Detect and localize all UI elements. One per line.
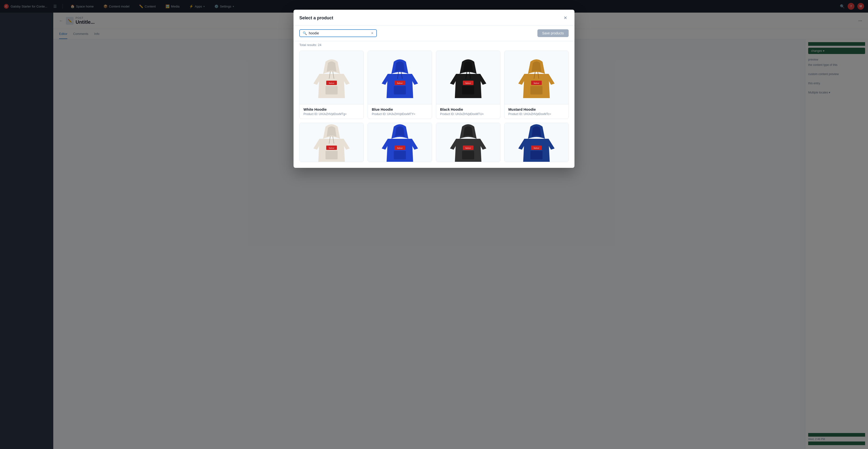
results-count: Total results: 24 bbox=[293, 41, 575, 47]
hoodie-illustration-blue-2: Saleor bbox=[380, 123, 419, 162]
svg-text:Saleor: Saleor bbox=[397, 147, 403, 149]
svg-rect-5 bbox=[394, 86, 406, 94]
svg-rect-15 bbox=[530, 86, 542, 94]
svg-text:Saleor: Saleor bbox=[329, 147, 335, 149]
hoodie-illustration-blue: Saleor bbox=[380, 55, 419, 100]
product-info-mustard-hoodie: Mustard Hoodie Product ID: UHJvZHVjdDoxM… bbox=[504, 104, 568, 119]
svg-text:Saleor: Saleor bbox=[397, 82, 403, 84]
product-card-blue-hoodie-2[interactable]: Saleor bbox=[368, 123, 432, 162]
svg-rect-31 bbox=[530, 151, 542, 159]
svg-text:Saleor: Saleor bbox=[329, 82, 335, 84]
product-info-white-hoodie: White Hoodie Product ID: UHJvZHVjdDoxMTg… bbox=[300, 104, 364, 119]
product-id-mustard-hoodie: Product ID: UHJvZHVjdDoxMTc= bbox=[508, 113, 564, 116]
svg-text:Saleor: Saleor bbox=[533, 147, 539, 149]
product-select-modal: Select a product ✕ 🔍 ✕ Save products Tot… bbox=[293, 10, 575, 168]
svg-text:Saleor: Saleor bbox=[465, 147, 471, 149]
product-image-white-hoodie-2: Saleor bbox=[300, 123, 364, 162]
svg-rect-20 bbox=[326, 151, 338, 159]
svg-rect-10 bbox=[462, 86, 474, 94]
product-id-black-hoodie: Product ID: UHJvZHVjdDoxMTU= bbox=[440, 113, 496, 116]
hoodie-illustration-white: Saleor bbox=[312, 55, 351, 100]
product-name-mustard-hoodie: Mustard Hoodie bbox=[508, 107, 564, 111]
product-info-blue-hoodie: Blue Hoodie Product ID: UHJvZHVjdDoxMTY= bbox=[368, 104, 432, 119]
modal-header: Select a product ✕ bbox=[293, 10, 575, 25]
product-card-blue-hoodie[interactable]: Saleor Blue Hoodie Product ID: UHJvZHVjd… bbox=[368, 51, 432, 119]
search-magnifier-icon: 🔍 bbox=[303, 31, 307, 35]
svg-rect-25 bbox=[394, 151, 406, 159]
search-box: 🔍 ✕ bbox=[299, 29, 377, 37]
hoodie-illustration-dark-gray: Saleor bbox=[449, 123, 488, 162]
product-info-black-hoodie: Black Hoodie Product ID: UHJvZHVjdDoxMTU… bbox=[436, 104, 500, 119]
modal-close-button[interactable]: ✕ bbox=[562, 14, 569, 21]
product-name-black-hoodie: Black Hoodie bbox=[440, 107, 496, 111]
products-grid: Saleor White Hoodie Product ID: UHJvZHVj… bbox=[299, 51, 569, 162]
product-image-black-hoodie: Saleor bbox=[436, 51, 500, 104]
product-image-royal-blue-hoodie: Saleor bbox=[504, 123, 568, 162]
save-products-button[interactable]: Save products bbox=[537, 29, 569, 37]
modal-body: Saleor White Hoodie Product ID: UHJvZHVj… bbox=[293, 47, 575, 168]
hoodie-illustration-white-2: Saleor bbox=[312, 123, 351, 162]
svg-rect-28 bbox=[462, 151, 474, 159]
search-input[interactable] bbox=[309, 31, 369, 35]
product-name-white-hoodie: White Hoodie bbox=[304, 107, 360, 111]
modal-overlay: Select a product ✕ 🔍 ✕ Save products Tot… bbox=[0, 0, 868, 449]
modal-toolbar: 🔍 ✕ Save products bbox=[293, 25, 575, 41]
product-card-black-hoodie[interactable]: Saleor Black Hoodie Product ID: UHJvZHVj… bbox=[436, 51, 500, 119]
hoodie-illustration-black: Saleor bbox=[449, 55, 488, 100]
product-card-white-hoodie-2[interactable]: Saleor bbox=[299, 123, 364, 162]
svg-text:Saleor: Saleor bbox=[533, 82, 539, 84]
product-image-white-hoodie: Saleor bbox=[300, 51, 364, 104]
product-image-blue-hoodie-2: Saleor bbox=[368, 123, 432, 162]
product-card-royal-blue-hoodie[interactable]: Saleor bbox=[504, 123, 569, 162]
product-card-mustard-hoodie[interactable]: Saleor Mustard Hoodie Product ID: UHJvZH… bbox=[504, 51, 569, 119]
modal-title: Select a product bbox=[299, 15, 333, 21]
search-clear-button[interactable]: ✕ bbox=[371, 31, 373, 35]
product-image-dark-gray-hoodie: Saleor bbox=[436, 123, 500, 162]
product-id-blue-hoodie: Product ID: UHJvZHVjdDoxMTY= bbox=[372, 113, 428, 116]
svg-text:Saleor: Saleor bbox=[465, 82, 471, 84]
hoodie-illustration-mustard: Saleor bbox=[517, 55, 556, 100]
product-image-mustard-hoodie: Saleor bbox=[504, 51, 568, 104]
svg-rect-0 bbox=[326, 86, 338, 94]
product-name-blue-hoodie: Blue Hoodie bbox=[372, 107, 428, 111]
product-image-blue-hoodie: Saleor bbox=[368, 51, 432, 104]
product-card-dark-gray-hoodie[interactable]: Saleor bbox=[436, 123, 500, 162]
product-card-white-hoodie[interactable]: Saleor White Hoodie Product ID: UHJvZHVj… bbox=[299, 51, 364, 119]
hoodie-illustration-royal-blue: Saleor bbox=[517, 123, 556, 162]
product-id-white-hoodie: Product ID: UHJvZHVjdDoxMTg= bbox=[304, 113, 360, 116]
